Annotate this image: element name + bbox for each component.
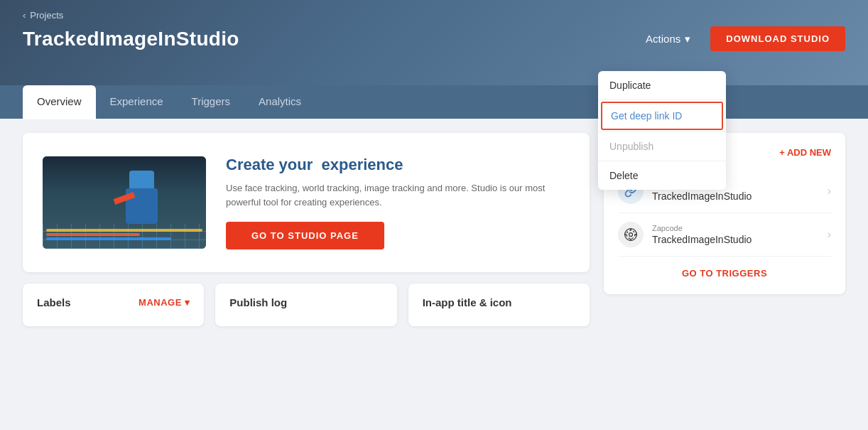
svg-point-1 bbox=[629, 233, 633, 237]
trigger-zapcode-type: Zapcode bbox=[652, 224, 828, 232]
studio-info: Create your experience Use face tracking… bbox=[226, 156, 570, 249]
inapp-card: In-app title & icon bbox=[408, 284, 590, 326]
dropdown-divider-1 bbox=[598, 100, 726, 100]
main-content: Create your experience Use face tracking… bbox=[0, 119, 868, 430]
nav-tabs: Overview Experience Triggers Analytics bbox=[0, 85, 868, 119]
breadcrumb[interactable]: ‹ Projects bbox=[23, 0, 845, 21]
page-title: TrackedImageInStudio bbox=[23, 28, 239, 50]
trigger-zapcode-chevron: › bbox=[828, 228, 831, 241]
dropdown-item-unpublish: Unpublish bbox=[598, 132, 726, 161]
trigger-deeplink-chevron: › bbox=[828, 185, 831, 198]
trigger-deeplink-name: TrackedImageInStudio bbox=[652, 190, 828, 202]
trigger-item-zapcode[interactable]: Zapcode TrackedImageInStudio › bbox=[618, 213, 831, 257]
trigger-zapcode-name: TrackedImageInStudio bbox=[652, 234, 828, 245]
zapcode-icon bbox=[618, 222, 644, 247]
dropdown-item-duplicate[interactable]: Duplicate bbox=[598, 71, 726, 100]
download-studio-button[interactable]: DOWNLOAD STUDIO bbox=[710, 26, 845, 51]
go-to-studio-button[interactable]: GO TO STUDIO PAGE bbox=[226, 222, 384, 249]
actions-dropdown: Duplicate Get deep link ID Unpublish Del… bbox=[598, 71, 726, 190]
studio-heading: Create your experience bbox=[226, 156, 570, 174]
breadcrumb-text[interactable]: Projects bbox=[30, 10, 63, 21]
go-to-triggers-button[interactable]: GO TO TRIGGERS bbox=[618, 257, 831, 281]
dropdown-item-delete[interactable]: Delete bbox=[598, 161, 726, 190]
tab-overview[interactable]: Overview bbox=[23, 85, 96, 119]
header-actions: Actions ▾ DOWNLOAD STUDIO bbox=[637, 26, 845, 51]
labels-title: Labels bbox=[37, 296, 71, 308]
bottom-cards: Labels MANAGE ▾ Publish log In-app title… bbox=[23, 284, 590, 326]
publish-log-title: Publish log bbox=[229, 296, 287, 308]
svg-point-2 bbox=[626, 230, 635, 239]
studio-description: Use face tracking, world tracking, image… bbox=[226, 181, 570, 209]
tab-experience[interactable]: Experience bbox=[96, 85, 178, 119]
trigger-zapcode-text: Zapcode TrackedImageInStudio bbox=[652, 224, 828, 245]
manage-button[interactable]: MANAGE ▾ bbox=[139, 297, 190, 308]
inapp-title: In-app title & icon bbox=[423, 296, 512, 308]
breadcrumb-chevron: ‹ bbox=[23, 10, 26, 21]
tab-analytics[interactable]: Analytics bbox=[244, 85, 315, 119]
publish-log-card: Publish log bbox=[215, 284, 396, 326]
left-panel: Create your experience Use face tracking… bbox=[23, 133, 590, 417]
studio-preview bbox=[43, 156, 206, 249]
dropdown-item-deeplink[interactable]: Get deep link ID bbox=[601, 102, 723, 130]
labels-card: Labels MANAGE ▾ bbox=[23, 284, 204, 326]
add-new-button[interactable]: + ADD NEW bbox=[779, 147, 831, 158]
manage-chevron-icon: ▾ bbox=[185, 297, 190, 308]
tab-triggers[interactable]: Triggers bbox=[178, 85, 244, 119]
actions-chevron-icon: ▾ bbox=[685, 33, 690, 45]
actions-button[interactable]: Actions ▾ bbox=[637, 27, 699, 51]
actions-label: Actions bbox=[646, 33, 680, 45]
studio-card: Create your experience Use face tracking… bbox=[23, 133, 590, 272]
page-header: ‹ Projects TrackedImageInStudio Actions … bbox=[0, 0, 868, 85]
